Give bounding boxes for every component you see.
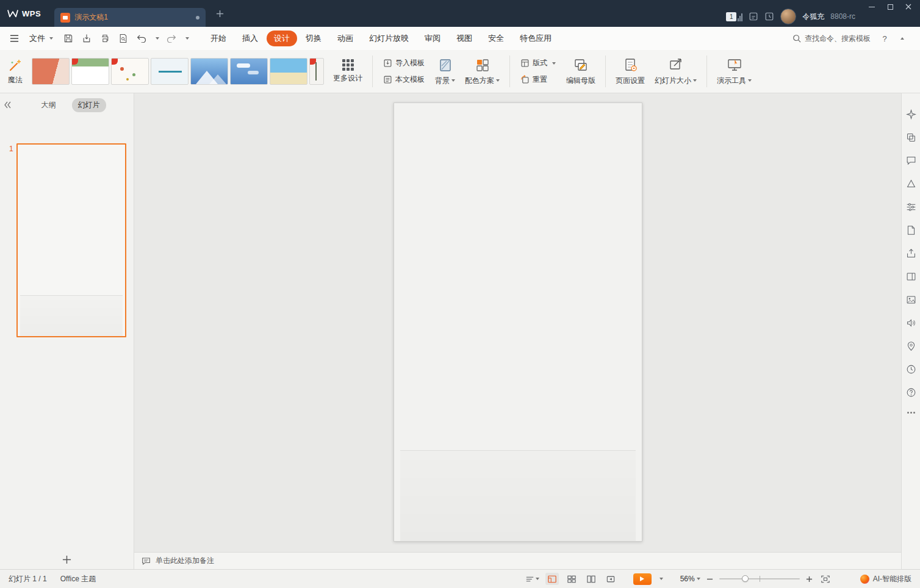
background-button[interactable]: 背景 [432,56,458,87]
magic-wand-icon [8,58,23,73]
current-slide[interactable] [394,102,642,542]
share-icon[interactable] [906,248,916,259]
theme-name[interactable]: Office 主题 [60,574,96,584]
outline-tab[interactable]: 大纲 [35,98,62,112]
close-button[interactable] [899,1,918,12]
shape-icon[interactable] [906,179,916,189]
ai-smart-layout-button[interactable]: AI-智能排版 [860,574,911,584]
design-template-thumbnail-mountain[interactable] [190,58,228,85]
add-slide-button[interactable] [62,555,71,564]
output-button[interactable] [79,31,95,46]
undo-button[interactable] [134,31,149,46]
more-designs-button[interactable]: 更多设计 [330,58,365,85]
user-avatar[interactable] [780,9,796,24]
command-search[interactable]: 查找命令、搜索模板 [792,34,871,44]
reset-button[interactable]: 重置 [517,73,559,86]
collapse-ribbon-button[interactable] [900,37,904,40]
tab-transition[interactable]: 切换 [298,30,329,46]
collapse-panel-icon[interactable] [4,101,11,109]
design-template-thumbnail-teal-doc[interactable] [151,58,189,85]
upload-status-badge[interactable]: 1 [726,12,742,21]
comment-icon[interactable] [906,156,916,166]
statusbar: 幻灯片 1 / 1 Office 主题 56% [0,569,920,588]
ai-label: AI-智能排版 [873,574,911,584]
beautify-icon[interactable] [906,109,916,120]
print-preview-button[interactable] [115,31,131,46]
chevron-down-icon [451,79,455,82]
ribbon-tab-bar: 开始 插入 设计 切换 动画 幻灯片放映 审阅 视图 安全 特色应用 [203,30,559,46]
slide-sorter-view-button[interactable] [565,573,578,585]
design-template-thumbnail-sky[interactable] [230,58,268,85]
zoom-slider-knob[interactable] [742,575,749,582]
audio-icon[interactable] [906,318,916,328]
play-slideshow-button[interactable] [633,573,652,585]
design-template-thumbnail-beach[interactable] [270,58,307,85]
print-button[interactable] [97,31,113,46]
normal-view-button[interactable] [545,573,559,585]
zoom-percent[interactable]: 56% [680,575,700,583]
hamburger-menu-icon[interactable] [6,31,22,46]
slide-thumbnail[interactable] [16,143,126,337]
play-options-dropdown[interactable] [659,578,663,580]
settings-sliders-icon[interactable] [906,202,916,212]
slide-size-button[interactable]: 幻灯片大小 [652,56,700,87]
import-template-button[interactable]: 导入模板 [379,57,428,70]
reading-view-button[interactable] [584,573,598,585]
quick-access-more[interactable] [181,31,191,46]
document-tab[interactable]: 演示文稿1 [54,8,206,27]
color-scheme-button[interactable]: 配色方案 [462,56,503,87]
panel-layout-icon[interactable] [906,271,916,282]
more-tools-icon[interactable] [907,412,915,414]
maximize-button[interactable] [881,1,899,12]
design-template-gallery [32,58,324,85]
help-button[interactable]: ? [879,34,890,43]
image-icon[interactable] [906,295,916,305]
notes-placeholder: 单击此处添加备注 [156,556,214,566]
location-pin-icon[interactable] [906,341,916,351]
design-template-thumbnail-floral[interactable] [111,58,149,85]
design-template-thumbnail-green-leaf[interactable] [71,58,109,85]
doc-template-button[interactable]: 本文模板 [379,73,428,86]
slides-tab[interactable]: 幻灯片 [72,98,106,112]
wps-logo[interactable]: WPS [0,0,49,27]
layers-icon[interactable] [906,132,916,143]
slideshow-loop-button[interactable] [604,573,617,585]
redo-button[interactable] [163,31,179,46]
tab-security[interactable]: 安全 [481,30,511,46]
fit-to-window-button[interactable] [819,573,832,585]
design-template-thumbnail-orange[interactable] [32,58,70,85]
design-template-thumbnail-palm-partial[interactable] [309,58,324,85]
page-setup-icon [622,57,638,73]
zoom-out-button[interactable] [706,576,713,583]
magic-button[interactable]: 魔法 [5,57,26,87]
tab-review[interactable]: 审阅 [417,30,448,46]
zoom-slider[interactable] [719,573,800,585]
notes-toggle-icon[interactable] [526,573,539,585]
history-clock-icon[interactable] [906,364,916,375]
notes-bar[interactable]: 单击此处添加备注 [134,552,901,569]
minimize-button[interactable] [863,1,881,12]
slide-canvas[interactable] [134,93,901,552]
tab-slideshow[interactable]: 幻灯片放映 [362,30,416,46]
tab-special-apps[interactable]: 特色应用 [512,30,559,46]
new-tab-button[interactable] [212,5,228,21]
tab-home[interactable]: 开始 [203,30,234,46]
tab-design[interactable]: 设计 [267,30,297,46]
tab-animation[interactable]: 动画 [330,30,361,46]
file-menu-button[interactable]: 文件 [24,30,58,46]
help-icon[interactable] [906,387,916,398]
presentation-tools-button[interactable]: 演示工具 [714,56,755,87]
tab-insert[interactable]: 插入 [235,30,265,46]
tab-unsaved-dot[interactable] [196,16,199,20]
doc-history-icon[interactable] [764,12,774,21]
tab-view[interactable]: 视图 [449,30,480,46]
save-button[interactable] [60,31,76,46]
document-icon[interactable] [906,225,916,235]
doc-sync-icon[interactable] [749,12,758,21]
layout-button[interactable]: 版式 [517,57,559,70]
user-name[interactable]: 令狐充 [802,12,824,22]
undo-dropdown[interactable] [152,31,160,46]
page-setup-button[interactable]: 页面设置 [613,56,648,87]
zoom-in-button[interactable] [806,576,813,583]
edit-master-button[interactable]: 编辑母版 [563,56,598,87]
